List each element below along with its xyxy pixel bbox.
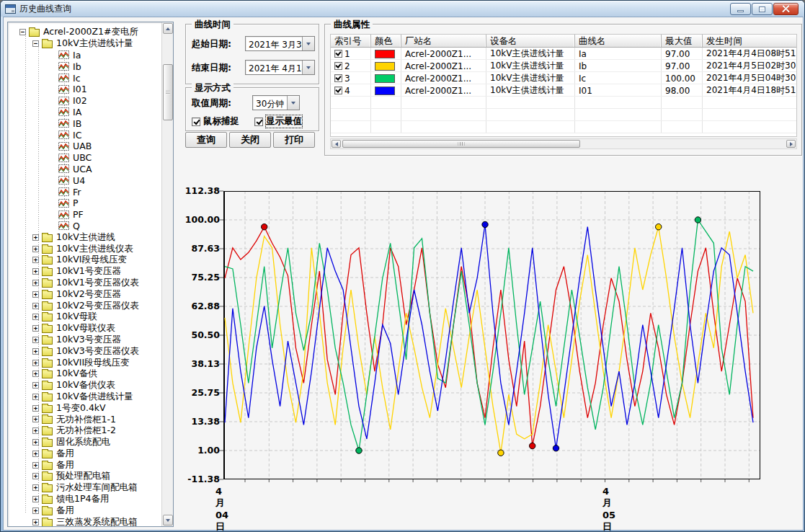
expand-icon[interactable]: + bbox=[32, 291, 39, 298]
checkbox-checked-icon[interactable] bbox=[254, 118, 263, 126]
tree-item[interactable]: +备用 bbox=[8, 459, 161, 471]
tree-item[interactable]: +10kV1号变压器仪表 bbox=[8, 278, 161, 289]
show-extremes-checkbox[interactable]: 显示最值 bbox=[254, 115, 302, 128]
tree-vertical-scrollbar[interactable] bbox=[161, 22, 173, 526]
scroll-thumb[interactable] bbox=[163, 64, 173, 120]
tree-item[interactable]: −Acrel-2000Z1#变电所 bbox=[8, 27, 161, 38]
minimize-button[interactable] bbox=[730, 3, 751, 15]
expand-icon[interactable]: + bbox=[32, 496, 39, 502]
tree-item[interactable]: +10kV3号变压器仪表 bbox=[8, 345, 161, 357]
tree-item[interactable]: +10kV备供 bbox=[8, 368, 161, 380]
tree-item[interactable]: +10kV2号变压器仪表 bbox=[8, 300, 161, 311]
column-header[interactable]: 最大值 bbox=[662, 35, 703, 47]
column-header[interactable]: 索引号 bbox=[331, 35, 371, 47]
device-tree[interactable]: −Acrel-2000Z1#变电所−10kV主供进线计量IaIbIcI01I02… bbox=[8, 27, 161, 526]
tree-item[interactable]: UAB bbox=[8, 141, 161, 152]
expand-icon[interactable]: + bbox=[32, 382, 39, 389]
tree-item[interactable]: +固化系统配电 bbox=[8, 437, 161, 448]
tree-item[interactable]: +1号变0.4kV bbox=[8, 402, 161, 414]
titlebar[interactable]: 历史曲线查询 bbox=[1, 1, 804, 17]
table-row[interactable]: 4Acrel-2000Z1...10kV主供进线计量I0198.002021年4… bbox=[331, 84, 796, 97]
tree-item[interactable]: U4 bbox=[8, 174, 161, 186]
tree-item[interactable]: +10kVII段母线压变 bbox=[8, 357, 161, 368]
expand-icon[interactable]: + bbox=[32, 519, 39, 526]
tree-item[interactable]: Fr bbox=[8, 186, 161, 198]
tree-item[interactable]: I01 bbox=[8, 84, 161, 95]
expand-icon[interactable]: + bbox=[32, 439, 39, 445]
tree-item[interactable]: +10kV主供进线 bbox=[8, 231, 161, 243]
expand-icon[interactable]: + bbox=[32, 303, 39, 309]
tree-item[interactable]: +备用 bbox=[8, 505, 161, 516]
scroll-up-button[interactable] bbox=[163, 23, 173, 34]
tree-item[interactable]: +馈电1P4备用 bbox=[8, 494, 161, 505]
expand-icon[interactable]: + bbox=[32, 268, 39, 275]
expand-icon[interactable]: + bbox=[32, 451, 39, 457]
column-header[interactable]: 曲线名 bbox=[575, 35, 662, 47]
print-button[interactable]: 打印 bbox=[273, 132, 315, 148]
tree-item[interactable]: +10kV母联仪表 bbox=[8, 323, 161, 334]
tree-item[interactable]: IA bbox=[8, 107, 161, 118]
tree-item[interactable]: +10kV1号变压器 bbox=[8, 266, 161, 278]
query-button[interactable]: 查询 bbox=[185, 132, 227, 148]
tree-item[interactable]: +10kV备供进线计量 bbox=[8, 391, 161, 403]
tree-item[interactable]: Ib bbox=[8, 61, 161, 72]
tree-item[interactable]: +10kV母联 bbox=[8, 311, 161, 323]
close-button[interactable] bbox=[773, 3, 799, 15]
table-row[interactable]: 1Acrel-2000Z1...10kV主供进线计量Ia97.002021年4月… bbox=[331, 48, 796, 60]
expand-icon[interactable]: + bbox=[32, 257, 39, 263]
row-checkbox-checked[interactable] bbox=[334, 50, 342, 58]
scroll-left-button[interactable] bbox=[332, 140, 341, 148]
tree-item[interactable]: UCA bbox=[8, 164, 161, 175]
start-date-dropdown-button[interactable] bbox=[302, 37, 314, 50]
row-checkbox-checked[interactable] bbox=[334, 87, 342, 94]
table-horizontal-scrollbar[interactable] bbox=[330, 138, 797, 149]
period-select[interactable]: 30分钟 bbox=[252, 95, 300, 110]
table-row[interactable]: 2Acrel-2000Z1...10kV主供进线计量Ib97.002021年4月… bbox=[331, 60, 796, 72]
expand-icon[interactable]: + bbox=[32, 234, 39, 241]
start-date-picker[interactable]: 2021年 3月30 bbox=[245, 36, 315, 51]
tree-item[interactable]: UBC bbox=[8, 152, 161, 164]
expand-icon[interactable]: + bbox=[32, 394, 39, 400]
tree-item[interactable]: P bbox=[8, 198, 161, 209]
hscroll-thumb[interactable] bbox=[342, 140, 580, 148]
expand-icon[interactable]: + bbox=[32, 348, 39, 355]
tree-item[interactable]: +10kV备供仪表 bbox=[8, 380, 161, 391]
expand-icon[interactable]: + bbox=[32, 371, 39, 377]
expand-icon[interactable]: + bbox=[32, 246, 39, 252]
tree-item[interactable]: IC bbox=[8, 129, 161, 141]
expand-icon[interactable]: + bbox=[32, 314, 39, 320]
close-dialog-button[interactable]: 关闭 bbox=[229, 132, 271, 148]
column-header[interactable]: 颜色 bbox=[371, 35, 401, 47]
expand-icon[interactable]: + bbox=[32, 484, 39, 491]
expand-icon[interactable]: + bbox=[32, 405, 39, 412]
tree-item[interactable]: +无功补偿柜1-1 bbox=[8, 414, 161, 425]
tree-item[interactable]: I02 bbox=[8, 95, 161, 107]
tree-item[interactable]: +污水处理车间配电箱 bbox=[8, 482, 161, 494]
tree-item[interactable]: +预处理配电箱 bbox=[8, 471, 161, 482]
expand-icon[interactable]: + bbox=[32, 280, 39, 286]
mouse-capture-checkbox[interactable]: 鼠标捕捉 bbox=[192, 115, 239, 128]
tree-item[interactable]: +备用 bbox=[8, 448, 161, 459]
end-date-dropdown-button[interactable] bbox=[302, 61, 314, 74]
expand-icon[interactable]: + bbox=[32, 462, 39, 469]
end-date-picker[interactable]: 2021年 4月14 bbox=[245, 60, 315, 75]
tree-item[interactable]: +10kV3号变压器 bbox=[8, 334, 161, 346]
history-curve-chart[interactable] bbox=[223, 191, 760, 484]
collapse-icon[interactable]: − bbox=[32, 40, 39, 47]
collapse-icon[interactable]: − bbox=[19, 29, 26, 35]
tree-item[interactable]: +无功补偿柜1-2 bbox=[8, 425, 161, 437]
scroll-down-button[interactable] bbox=[163, 515, 173, 526]
column-header[interactable]: 设备名 bbox=[486, 35, 575, 47]
tree-item[interactable]: Ic bbox=[8, 72, 161, 84]
expand-icon[interactable]: + bbox=[32, 473, 39, 479]
tree-item[interactable]: PF bbox=[8, 209, 161, 221]
column-header[interactable]: 发生时间 bbox=[703, 35, 797, 47]
period-dropdown-button[interactable] bbox=[287, 96, 299, 110]
tree-item[interactable]: −10kV主供进线计量 bbox=[8, 38, 161, 50]
column-header[interactable]: 厂站名 bbox=[401, 35, 486, 47]
tree-item[interactable]: Q bbox=[8, 221, 161, 232]
table-row[interactable]: 3Acrel-2000Z1...10kV主供进线计量Ic100.002021年4… bbox=[331, 72, 796, 84]
expand-icon[interactable]: + bbox=[32, 416, 39, 422]
expand-icon[interactable]: + bbox=[32, 337, 39, 343]
scroll-right-button[interactable] bbox=[786, 140, 796, 148]
